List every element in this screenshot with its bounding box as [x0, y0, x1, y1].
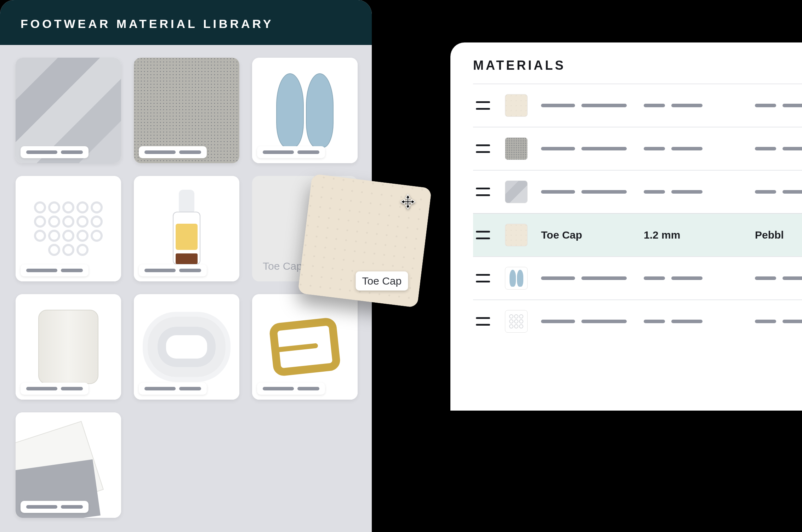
cell-placeholder — [644, 147, 746, 150]
placeholder-bar — [783, 190, 802, 194]
placeholder-bar — [61, 150, 83, 154]
placeholder-bar — [671, 190, 703, 194]
placeholder-bar — [671, 147, 703, 150]
material-card-label — [21, 146, 89, 158]
placeholder-bar — [783, 276, 802, 280]
library-title: FOOTWEAR MATERIAL LIBRARY — [21, 17, 351, 31]
placeholder-bar — [179, 269, 201, 272]
placeholder-bar — [755, 104, 776, 107]
material-thumbnail — [505, 267, 528, 290]
material-card-eyelets[interactable] — [16, 176, 121, 281]
placeholder-bar — [144, 269, 176, 272]
placeholder-bar — [61, 269, 83, 272]
materials-list: Toe Cap1.2 mmPebbl — [473, 84, 802, 343]
cell-placeholder — [541, 320, 635, 323]
materials-panel: MATERIALS Toe Cap1.2 mmPebbl — [450, 42, 802, 411]
drag-preview-label: Toe Cap — [356, 271, 408, 291]
material-card-label — [21, 383, 89, 395]
material-card-glue[interactable] — [134, 176, 239, 281]
placeholder-bar — [581, 104, 627, 107]
material-thumbnail — [505, 94, 528, 117]
placeholder-bar — [644, 320, 665, 323]
placeholder-bar — [26, 505, 57, 509]
placeholder-bar — [581, 276, 627, 280]
placeholder-bar — [144, 387, 176, 390]
material-card-insoles[interactable] — [252, 58, 358, 163]
placeholder-bar — [61, 387, 83, 390]
material-card-label — [139, 146, 207, 158]
cell-placeholder — [541, 104, 635, 107]
drag-handle-icon[interactable] — [476, 231, 490, 239]
cell-placeholder — [644, 104, 746, 107]
placeholder-bar — [26, 269, 57, 272]
placeholder-bar — [755, 276, 776, 280]
material-card-mesh[interactable] — [134, 58, 239, 163]
library-header: FOOTWEAR MATERIAL LIBRARY — [0, 0, 372, 45]
placeholder-bar — [61, 505, 83, 509]
placeholder-bar — [263, 387, 294, 390]
material-thumbnail — [505, 310, 528, 333]
material-card-foam[interactable] — [16, 412, 121, 518]
placeholder-bar — [644, 190, 665, 194]
svg-marker-0 — [401, 195, 415, 209]
material-card-laces[interactable] — [134, 294, 239, 400]
material-thumbnail — [505, 137, 528, 160]
move-cursor-icon — [400, 194, 416, 210]
cell-placeholder — [541, 276, 635, 280]
placeholder-bar — [541, 276, 575, 280]
cell-placeholder — [541, 190, 635, 194]
drag-handle-icon[interactable] — [476, 188, 490, 196]
drag-handle-icon[interactable] — [476, 101, 490, 110]
cell-finish: Pebbl — [755, 229, 802, 241]
placeholder-bar — [297, 387, 319, 390]
material-card-thread[interactable] — [16, 294, 121, 400]
materials-row[interactable] — [473, 256, 802, 299]
cell-placeholder — [644, 276, 746, 280]
placeholder-bar — [783, 104, 802, 107]
placeholder-bar — [671, 104, 703, 107]
placeholder-bar — [541, 104, 575, 107]
placeholder-bar — [541, 320, 575, 323]
placeholder-bar — [755, 320, 776, 323]
cell-placeholder — [755, 190, 802, 194]
placeholder-bar — [644, 104, 665, 107]
drag-handle-icon[interactable] — [476, 144, 490, 153]
placeholder-bar — [671, 320, 703, 323]
material-card-label — [21, 264, 89, 276]
materials-row[interactable] — [473, 84, 802, 127]
material-card-label — [139, 383, 207, 395]
materials-row[interactable] — [473, 127, 802, 170]
materials-row[interactable] — [473, 299, 802, 343]
placeholder-bar — [644, 147, 665, 150]
material-card-label — [139, 264, 207, 276]
placeholder-bar — [179, 150, 201, 154]
placeholder-bar — [755, 147, 776, 150]
placeholder-bar — [26, 387, 57, 390]
cell-placeholder — [541, 147, 635, 150]
material-card-label-text: Toe Cap — [263, 260, 302, 272]
placeholder-bar — [297, 150, 319, 154]
placeholder-bar — [581, 147, 627, 150]
cell-spec: 1.2 mm — [644, 229, 746, 241]
placeholder-bar — [541, 147, 575, 150]
material-card-label — [257, 146, 325, 158]
material-card-label — [257, 383, 325, 395]
cell-placeholder — [755, 147, 802, 150]
drag-handle-icon[interactable] — [476, 274, 490, 282]
placeholder-bar — [644, 276, 665, 280]
placeholder-bar — [783, 320, 802, 323]
materials-row[interactable]: Toe Cap1.2 mmPebbl — [473, 213, 802, 256]
placeholder-bar — [179, 387, 201, 390]
placeholder-bar — [144, 150, 176, 154]
cell-name: Toe Cap — [541, 229, 635, 241]
placeholder-bar — [541, 190, 575, 194]
material-thumbnail — [505, 181, 528, 203]
placeholder-bar — [581, 320, 627, 323]
cell-placeholder — [644, 320, 746, 323]
material-card-buckle[interactable] — [252, 294, 358, 400]
cell-placeholder — [755, 276, 802, 280]
material-card-fabric[interactable] — [16, 58, 121, 163]
drag-handle-icon[interactable] — [476, 317, 490, 326]
placeholder-bar — [671, 276, 703, 280]
materials-row[interactable] — [473, 170, 802, 213]
